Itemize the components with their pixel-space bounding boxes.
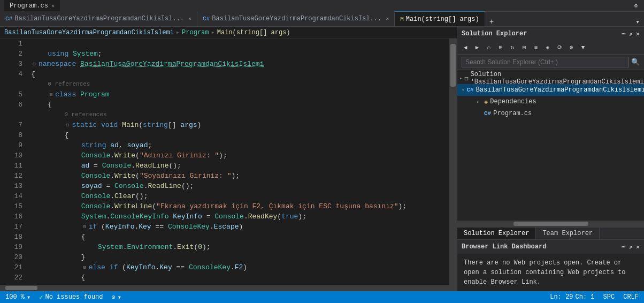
bl-float-icon[interactable]: ⇗	[629, 243, 633, 251]
title-bar-controls: ⚙	[632, 2, 640, 9]
se-gear-button[interactable]: ⚙	[566, 43, 576, 52]
bl-close-icon[interactable]: ✕	[636, 243, 640, 251]
se-item-programcs[interactable]: ▸ C# Program.cs	[457, 108, 644, 119]
settings-icon[interactable]: ⚙	[632, 2, 640, 9]
status-line-ending[interactable]: CRLF	[623, 293, 639, 301]
bl-controls: ⋯ ⇗ ✕	[622, 243, 640, 251]
scrollbar-thumb[interactable]	[450, 44, 456, 87]
se-search: 🔍	[457, 55, 644, 70]
se-pending-button[interactable]: ◈	[543, 43, 553, 52]
project-icon: C#	[466, 87, 473, 93]
se-tabs: Solution Explorer Team Explorer	[457, 227, 644, 239]
se-pin-icon[interactable]: ⋯	[622, 30, 625, 38]
cs-label: Program.cs	[493, 110, 532, 117]
deps-label: Dependencies	[490, 98, 536, 105]
se-tab-solution-explorer[interactable]: Solution Explorer	[457, 228, 536, 239]
tab-add-button[interactable]: +	[485, 18, 498, 26]
se-toolbar: ◀ ▶ ⌂ ⊞ ↻ ⊟ ≡ ◈ ⟳ ⚙ ▼	[457, 41, 644, 55]
se-tab-team-explorer[interactable]: Team Explorer	[536, 228, 600, 239]
code-line-23: Console.Write(ad + " " + soyad);	[31, 283, 449, 285]
tab1-icon: C#	[5, 16, 12, 22]
status-no-issues[interactable]: ✓ No issues found	[39, 293, 103, 301]
col-value: Ch: 1	[576, 293, 595, 301]
se-float-icon[interactable]: ⇗	[629, 30, 633, 38]
tab1-label: BasilanTusaGoreYazdirmaProgramdanCikisIs…	[14, 15, 184, 22]
line-numbers: 1 2 3 4 5 6 7 8 9 10 11 12 13 14 15 16 1…	[0, 39, 27, 285]
status-filter[interactable]: ⊙ ▾	[112, 293, 121, 301]
code-line-19: System.Environment.Exit(0);	[31, 242, 449, 252]
se-filter-button[interactable]: ≡	[531, 43, 541, 52]
encoding-value: SPC	[603, 293, 615, 301]
tab-dropdown-button[interactable]: ▾	[631, 18, 644, 26]
horizontal-scrollbar[interactable]	[0, 285, 457, 291]
se-item-dependencies[interactable]: ▸ ◈ Dependencies	[457, 96, 644, 108]
se-item-project[interactable]: ▾ C# BasilanTusaGoreYazdirmaProgramdanCi…	[457, 84, 644, 96]
main-content: BasilanTusaGoreYazdirmaProgramdanCikisIs…	[0, 27, 644, 291]
se-hscroll[interactable]	[457, 221, 644, 227]
status-right: Ln: 29 Ch: 1 SPC CRLF	[550, 293, 639, 301]
code-line-14: Console.Clear();	[31, 191, 449, 201]
status-encoding[interactable]: SPC	[603, 293, 615, 301]
breadcrumb-part1[interactable]: BasilanTusaGoreYazdirmaProgramdanCikisIs…	[4, 29, 174, 36]
code-line-2: using System;	[31, 49, 449, 59]
line-num-15: 15	[2, 201, 22, 211]
collapse-namespace[interactable]: ⊟	[31, 61, 37, 67]
editor-tab-1[interactable]: C# BasilanTusaGoreYazdirmaProgramdanCiki…	[0, 11, 197, 26]
solution-explorer: Solution Explorer ⋯ ⇗ ✕ ◀ ▶ ⌂ ⊞ ↻ ⊟ ≡ ◈ …	[457, 27, 644, 291]
tab-bar: C# BasilanTusaGoreYazdirmaProgramdanCiki…	[0, 12, 644, 27]
vertical-scrollbar[interactable]	[449, 39, 457, 285]
tab3-icon: M	[400, 16, 404, 22]
zoom-dropdown-icon[interactable]: ▾	[27, 293, 30, 301]
title-close-icon[interactable]: ✕	[51, 3, 55, 9]
collapse-if[interactable]: ⊟	[81, 224, 88, 230]
code-line-ref5: 0 references	[31, 79, 449, 89]
line-num-ref5	[2, 79, 22, 89]
h-scrollbar-thumb[interactable]	[5, 286, 37, 290]
line-num-23: 23	[2, 283, 22, 285]
line-num-6: 6	[2, 100, 22, 110]
code-line-11: ad = Console.ReadLine();	[31, 161, 449, 171]
code-line-7: ⊟static void Main(string[] args)	[31, 120, 449, 130]
breadcrumb-part2[interactable]: Program	[182, 29, 209, 36]
line-num-16: 16	[2, 211, 22, 222]
tab2-close[interactable]: ✕	[386, 16, 389, 22]
se-search-icon[interactable]: 🔍	[631, 58, 640, 66]
line-num-7: 7	[2, 120, 22, 130]
editor-tab-3[interactable]: M Main(string[] args)	[395, 11, 485, 26]
bl-content-text: There are no Web projects open. Create o…	[464, 259, 625, 286]
filter-dropdown[interactable]: ▾	[118, 293, 121, 301]
se-close-icon[interactable]: ✕	[636, 30, 640, 38]
collapse-elseif[interactable]: ⊟	[81, 264, 88, 271]
line-num-2: 2	[2, 49, 22, 59]
breadcrumb-part3[interactable]: Main(string[] args)	[217, 29, 290, 36]
code-line-13: soyad = Console.ReadLine();	[31, 181, 449, 191]
collapse-main[interactable]: ⊟	[64, 122, 71, 128]
tab3-label: Main(string[] args)	[406, 16, 479, 23]
solution-label: Solution 'BasilanTusaGoreYazdirmaProgram…	[471, 71, 644, 86]
se-collapse-button[interactable]: ⊟	[519, 43, 529, 52]
se-back-button[interactable]: ◀	[461, 43, 470, 52]
status-zoom[interactable]: 100 % ▾	[5, 293, 30, 301]
collapse-class[interactable]: ⊟	[48, 92, 54, 98]
code-container: 1 2 3 4 5 6 7 8 9 10 11 12 13 14 15 16 1…	[0, 39, 457, 285]
se-show-all-button[interactable]: ⊞	[496, 43, 505, 52]
se-item-solution[interactable]: ▸ ◻ Solution 'BasilanTusaGoreYazdirmaPro…	[457, 72, 644, 84]
title-bar: Program.cs ✕ ⚙	[0, 0, 644, 12]
se-forward-button[interactable]: ▶	[472, 43, 482, 52]
code-content[interactable]: using System; ⊟namespace BasilanTusaGore…	[27, 39, 449, 285]
line-num-4: 4	[2, 69, 22, 79]
se-properties-button[interactable]: ⌂	[484, 43, 494, 52]
se-more-button[interactable]: ▼	[578, 43, 588, 52]
line-num-12: 12	[2, 171, 22, 181]
code-line-1	[31, 39, 449, 49]
se-refresh-button[interactable]: ↻	[508, 43, 517, 52]
tab1-close[interactable]: ✕	[188, 16, 191, 22]
code-line-20: }	[31, 252, 449, 262]
code-line-15: Console.WriteLine("Ekrana yazdırmak için…	[31, 201, 449, 211]
se-search-input[interactable]	[462, 57, 629, 67]
browser-link: Browser Link Dashboard ⋯ ⇗ ✕ There are n…	[457, 239, 644, 291]
editor-tab-2[interactable]: C# BasilanTusaGoreYazdirmaProgramdanCiki…	[197, 11, 395, 26]
se-sync-button[interactable]: ⟳	[555, 43, 564, 52]
se-hscroll-thumb[interactable]	[513, 222, 588, 226]
bl-pin-icon[interactable]: ⋯	[622, 243, 625, 251]
